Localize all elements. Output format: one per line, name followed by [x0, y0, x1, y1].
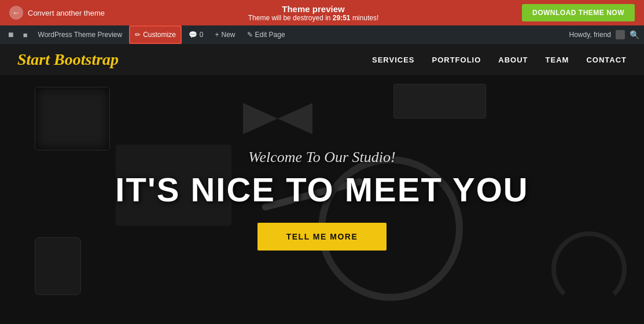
banner-subtitle: Theme will be destroyed in 29:51 minutes…: [248, 14, 378, 22]
comments-item[interactable]: 💬 0: [184, 25, 208, 44]
hero-section: Welcome To Our Studio! IT'S NICE TO MEET…: [0, 75, 644, 324]
site-logo[interactable]: Start Bootstrap: [17, 50, 119, 69]
wp-admin-bar-right: Howdy, friend 🔍: [569, 30, 639, 39]
book-item: [393, 84, 486, 119]
hero-subtitle: Welcome To Our Studio!: [115, 149, 528, 166]
hero-title: IT'S NICE TO MEET YOU: [115, 173, 528, 207]
back-icon[interactable]: ←: [9, 6, 23, 20]
customize-button[interactable]: ✏ Customize: [129, 25, 182, 44]
new-item[interactable]: + New: [211, 25, 240, 44]
nav-links: SERVICES PORTFOLIO ABOUT TEAM CONTACT: [372, 56, 627, 64]
edit-icon: ✎: [247, 31, 253, 39]
headphone-item: [551, 231, 627, 307]
countdown: 29:51: [333, 14, 351, 22]
plus-icon: +: [215, 31, 219, 39]
nav-portfolio[interactable]: PORTFOLIO: [432, 56, 481, 64]
nav-team[interactable]: TEAM: [546, 56, 569, 64]
site-icon[interactable]: ■: [20, 31, 31, 39]
bowtie-item: [243, 93, 312, 145]
hero-cta-button[interactable]: TELL ME MORE: [257, 223, 387, 251]
edit-page-item[interactable]: ✎ Edit Page: [242, 25, 290, 44]
pencil-icon: ✏: [135, 31, 141, 39]
wallet-item: [35, 87, 110, 150]
nav-services[interactable]: SERVICES: [372, 56, 415, 64]
banner-left: ← Convert another theme: [9, 6, 105, 20]
wp-admin-bar-left: ■ ■ WordPress Theme Preview ✏ Customize …: [5, 25, 290, 44]
comment-icon: 💬: [189, 31, 197, 39]
nav-about[interactable]: ABOUT: [498, 56, 528, 64]
phone-item: [35, 237, 81, 295]
nav-contact[interactable]: CONTACT: [586, 56, 627, 64]
wp-icon[interactable]: ■: [5, 30, 17, 40]
site-nav: Start Bootstrap SERVICES PORTFOLIO ABOUT…: [0, 44, 644, 75]
wp-admin-bar: ■ ■ WordPress Theme Preview ✏ Customize …: [0, 25, 644, 44]
banner-center: Theme preview Theme will be destroyed in…: [248, 4, 378, 22]
theme-preview-item[interactable]: WordPress Theme Preview: [34, 25, 127, 44]
banner-right: DOWNLOAD THEME NOW: [522, 4, 635, 21]
search-icon[interactable]: 🔍: [630, 30, 639, 39]
hero-content: Welcome To Our Studio! IT'S NICE TO MEET…: [115, 149, 528, 251]
howdy-label: Howdy, friend: [569, 31, 611, 39]
top-banner: ← Convert another theme Theme preview Th…: [0, 0, 644, 25]
convert-label[interactable]: Convert another theme: [28, 9, 105, 17]
avatar: [616, 30, 625, 39]
download-button[interactable]: DOWNLOAD THEME NOW: [522, 4, 635, 21]
banner-title: Theme preview: [248, 4, 378, 14]
